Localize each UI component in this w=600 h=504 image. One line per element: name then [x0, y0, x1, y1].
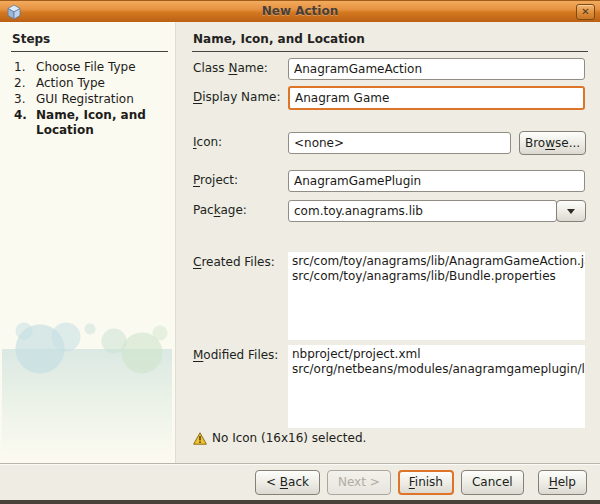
cancel-button[interactable]: Cancel — [461, 470, 524, 495]
page-title-rule — [192, 51, 588, 52]
steps-list: 1. Choose File Type 2. Action Type 3. GU… — [14, 60, 171, 139]
class-name-label: Class Name: — [193, 61, 268, 75]
close-icon: ✕ — [581, 6, 589, 17]
title-bar[interactable]: New Action ✕ — [0, 0, 600, 22]
created-files-label: Created Files: — [193, 255, 275, 269]
warning-message-row: No Icon (16x16) selected. — [193, 431, 366, 445]
wizard-watermark-decoration — [2, 307, 172, 457]
page-title: Name, Icon, and Location — [193, 32, 365, 46]
steps-heading: Steps — [12, 32, 50, 46]
steps-heading-rule — [11, 51, 168, 52]
back-button[interactable]: < Back — [255, 470, 320, 495]
project-label: Project: — [193, 173, 238, 187]
next-button[interactable]: Next > — [327, 470, 391, 495]
package-label: Package: — [193, 203, 247, 217]
window-title: New Action — [0, 4, 600, 18]
modified-files-list: nbproject/project.xml src/org/netbeans/m… — [288, 345, 585, 428]
project-field[interactable] — [288, 170, 585, 192]
close-button[interactable]: ✕ — [576, 4, 595, 20]
warning-text: No Icon (16x16) selected. — [212, 431, 366, 445]
package-combo-field[interactable] — [288, 200, 557, 222]
help-button[interactable]: Help — [538, 470, 587, 495]
icon-field[interactable] — [288, 132, 511, 154]
new-action-dialog: New Action ✕ Steps 1. Choose File Type 2… — [0, 0, 600, 504]
step-item-gui-registration: 3. GUI Registration — [14, 92, 171, 107]
step-item-name-icon-location-current: 4. Name, Icon, and Location — [14, 108, 171, 138]
display-name-field[interactable] — [288, 86, 585, 110]
chevron-down-icon — [567, 209, 575, 214]
icon-label: Icon: — [193, 135, 222, 149]
step-item-choose-file-type: 1. Choose File Type — [14, 60, 171, 75]
browse-button[interactable]: Browse... — [519, 131, 586, 155]
modified-files-label: Modified Files: — [193, 348, 278, 362]
created-files-list: src/com/toy/anagrams/lib/AnagramGameActi… — [288, 252, 585, 340]
steps-panel: Steps 1. Choose File Type 2. Action Type… — [0, 22, 176, 463]
finish-button[interactable]: Finish — [398, 470, 454, 495]
step-item-action-type: 2. Action Type — [14, 76, 171, 91]
class-name-field[interactable] — [288, 58, 585, 80]
window-bottom-border — [0, 500, 600, 504]
package-combo-dropdown-button[interactable] — [556, 200, 586, 222]
display-name-label: Display Name: — [193, 90, 281, 104]
form-panel: Name, Icon, and Location Class Name: Dis… — [177, 22, 600, 463]
warning-triangle-icon — [193, 432, 207, 445]
dialog-content: Steps 1. Choose File Type 2. Action Type… — [0, 22, 600, 463]
dialog-button-bar: < Back Next > Finish Cancel Help — [0, 463, 600, 500]
